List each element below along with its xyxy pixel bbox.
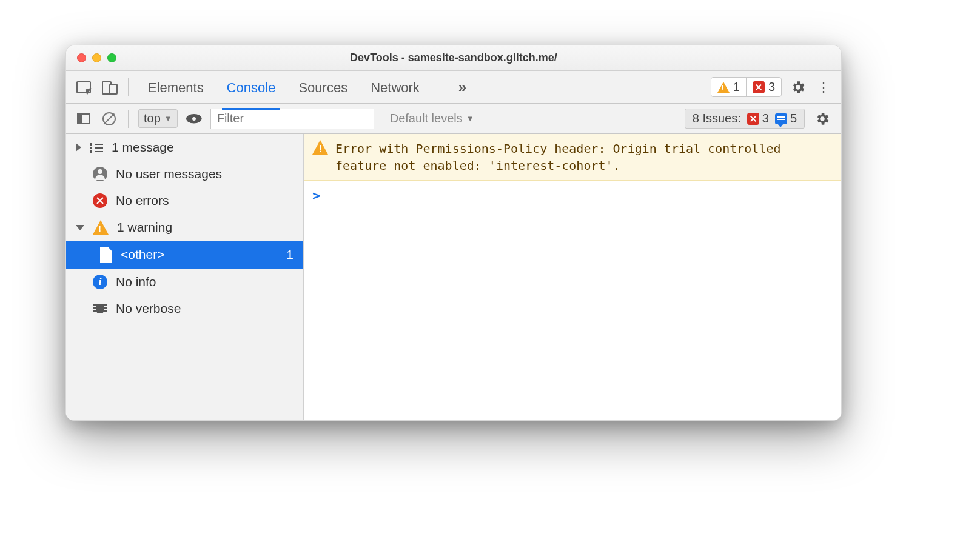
log-levels-select[interactable]: Default levels ▼ [385, 109, 479, 128]
issues-error-count: 3 [762, 112, 769, 125]
devtools-window: DevTools - samesite-sandbox.glitch.me/ E… [65, 45, 842, 421]
device-icon [102, 81, 116, 93]
chevron-down-icon: ▼ [466, 114, 474, 123]
bug-icon [93, 303, 107, 315]
sidebar-item-other[interactable]: <other> 1 [66, 241, 303, 269]
panel-tabs-toolbar: Elements Console Sources Network » 1 3 [66, 71, 841, 104]
sidebar-item-label: No info [116, 275, 156, 289]
toggle-sidebar-button[interactable] [75, 110, 93, 128]
console-message-warning[interactable]: Error with Permissions-Policy header: Or… [304, 134, 841, 181]
issues-label: 8 Issues: [693, 112, 741, 125]
more-tabs-button[interactable]: » [458, 79, 466, 96]
more-options-button[interactable]: ⋮ [814, 77, 833, 98]
chevron-down-icon: ▼ [164, 114, 172, 123]
separator [128, 110, 129, 128]
sidebar-item-label: <other> [121, 247, 164, 262]
panel-tabs: Elements Console Sources Network » [147, 73, 466, 102]
gear-icon [790, 79, 806, 95]
tab-console[interactable]: Console [226, 73, 277, 102]
live-expression-button[interactable] [185, 110, 203, 128]
sidebar-toggle-icon [77, 113, 90, 124]
inspect-element-icon [76, 81, 91, 93]
warning-icon [93, 220, 109, 235]
errors-count: 3 [768, 80, 775, 94]
console-toolbar: top ▼ Default levels ▼ 8 Issues: 3 5 [66, 104, 841, 134]
kebab-icon: ⋮ [817, 79, 830, 95]
issues-msg-count: 5 [790, 112, 797, 125]
issues-error-chip: 3 [747, 112, 769, 125]
sidebar-item-label: No user messages [116, 167, 222, 181]
titlebar: DevTools - samesite-sandbox.glitch.me/ [66, 45, 841, 71]
context-label: top [144, 112, 161, 125]
console-main: 1 message No user messages No errors 1 w… [66, 134, 841, 420]
separator [128, 78, 129, 96]
issues-message-chip: 5 [775, 112, 797, 125]
issues-button[interactable]: 8 Issues: 3 5 [685, 109, 805, 129]
console-output: Error with Permissions-Policy header: Or… [304, 134, 841, 420]
sidebar-item-label: No errors [116, 193, 169, 208]
console-settings-button[interactable] [812, 109, 833, 129]
execution-context-select[interactable]: top ▼ [138, 109, 178, 128]
warning-icon [312, 140, 328, 155]
sidebar-item-warnings[interactable]: 1 warning [66, 214, 303, 241]
error-icon [93, 193, 107, 208]
warning-icon [717, 82, 730, 93]
eye-icon [186, 114, 202, 124]
info-icon: i [93, 275, 107, 289]
disclosure-triangle-icon [76, 143, 81, 152]
levels-label: Default levels [390, 112, 463, 125]
warnings-pill[interactable]: 1 [711, 78, 747, 96]
clear-console-button[interactable] [100, 110, 118, 128]
error-icon [747, 113, 759, 125]
console-sidebar: 1 message No user messages No errors 1 w… [66, 134, 304, 420]
sidebar-item-verbose[interactable]: No verbose [66, 295, 303, 322]
tab-network[interactable]: Network [369, 73, 421, 102]
sidebar-item-user-messages[interactable]: No user messages [66, 161, 303, 187]
sidebar-item-count: 1 [286, 247, 294, 262]
tab-sources[interactable]: Sources [297, 73, 349, 102]
tab-elements[interactable]: Elements [147, 73, 205, 102]
warnings-count: 1 [733, 80, 740, 94]
errors-pill[interactable]: 3 [747, 78, 781, 96]
sidebar-item-label: 1 message [112, 140, 174, 155]
sidebar-item-label: 1 warning [117, 220, 172, 235]
sidebar-item-label: No verbose [116, 301, 181, 316]
settings-button[interactable] [788, 77, 808, 98]
toggle-device-button[interactable] [100, 78, 118, 96]
filter-input[interactable] [210, 109, 374, 129]
list-icon [90, 142, 103, 153]
sidebar-item-messages[interactable]: 1 message [66, 134, 303, 161]
window-title: DevTools - samesite-sandbox.glitch.me/ [66, 52, 841, 64]
sidebar-item-errors[interactable]: No errors [66, 187, 303, 214]
console-prompt[interactable]: > [304, 181, 841, 210]
user-icon [93, 167, 107, 181]
disclosure-triangle-icon [76, 225, 84, 230]
toolbar-right: 1 3 ⋮ [711, 77, 833, 98]
inspect-element-button[interactable] [75, 78, 93, 96]
error-icon [753, 81, 765, 93]
file-icon [100, 247, 112, 263]
console-message-text: Error with Permissions-Policy header: Or… [335, 140, 833, 174]
message-icon [775, 113, 787, 124]
gear-icon [814, 111, 830, 127]
status-summary: 1 3 [711, 77, 782, 97]
prompt-chevron-icon: > [312, 188, 320, 203]
sidebar-item-info[interactable]: i No info [66, 269, 303, 295]
clear-icon [102, 112, 116, 125]
